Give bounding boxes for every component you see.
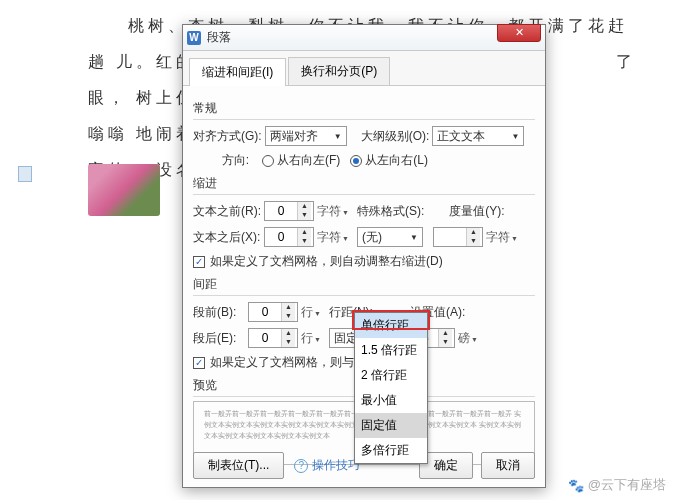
space-after-label: 段后(E): (193, 330, 245, 347)
indent-after-label: 文本之后(X): (193, 229, 261, 246)
unit-label[interactable]: 字符▼ (317, 203, 349, 220)
tip-icon: ? (294, 459, 308, 473)
cancel-button[interactable]: 取消 (481, 452, 535, 479)
wps-icon: W (187, 31, 201, 45)
dialog-title: 段落 (207, 29, 497, 46)
dialog-tabs: 缩进和间距(I) 换行和分页(P) (183, 51, 545, 86)
group-general: 常规 (193, 100, 535, 120)
outline-select[interactable]: 正文文本▼ (432, 126, 524, 146)
by-label: 度量值(Y): (449, 203, 504, 220)
align-select[interactable]: 两端对齐▼ (265, 126, 347, 146)
tab-line-page[interactable]: 换行和分页(P) (288, 57, 390, 85)
option-multiple[interactable]: 多倍行距 (355, 438, 427, 463)
by-input[interactable]: ▲▼ (433, 227, 483, 247)
chevron-down-icon: ▼ (511, 132, 519, 141)
snap-grid-label: 如果定义了文档网格，则与网格 (210, 354, 378, 371)
option-fixed[interactable]: 固定值 (355, 413, 427, 438)
outline-label: 大纲级别(O): (361, 128, 430, 145)
indent-after-input[interactable]: ▲▼ (264, 227, 314, 247)
line-spacing-dropdown: 单倍行距 1.5 倍行距 2 倍行距 最小值 固定值 多倍行距 (354, 312, 428, 464)
radio-ltr[interactable] (350, 155, 362, 167)
unit-label[interactable]: 字符▼ (486, 229, 518, 246)
unit-label[interactable]: 磅▼ (458, 330, 478, 347)
special-select[interactable]: (无)▼ (357, 227, 423, 247)
space-after-input[interactable]: ▲▼ (248, 328, 298, 348)
option-1-5[interactable]: 1.5 倍行距 (355, 338, 427, 363)
direction-label: 方向: (193, 152, 249, 169)
tabs-button[interactable]: 制表位(T)... (193, 452, 284, 479)
radio-ltr-label: 从左向右(L) (365, 152, 428, 169)
snap-grid-checkbox[interactable] (193, 357, 205, 369)
chevron-down-icon: ▼ (334, 132, 342, 141)
document-image (88, 164, 160, 216)
paw-icon: 🐾 (568, 478, 584, 493)
option-single[interactable]: 单倍行距 (355, 313, 427, 338)
space-before-label: 段前(B): (193, 304, 245, 321)
auto-indent-label: 如果定义了文档网格，则自动调整右缩进(D) (210, 253, 443, 270)
unit-label[interactable]: 行▼ (301, 304, 321, 321)
align-label: 对齐方式(G): (193, 128, 262, 145)
page-icon (18, 166, 32, 182)
group-indent: 缩进 (193, 175, 535, 195)
auto-indent-checkbox[interactable] (193, 256, 205, 268)
dialog-titlebar[interactable]: W 段落 ✕ (183, 25, 545, 51)
unit-label[interactable]: 行▼ (301, 330, 321, 347)
space-before-input[interactable]: ▲▼ (248, 302, 298, 322)
indent-before-label: 文本之前(R): (193, 203, 261, 220)
radio-rtl[interactable] (262, 155, 274, 167)
special-label: 特殊格式(S): (357, 203, 424, 220)
option-double[interactable]: 2 倍行距 (355, 363, 427, 388)
chevron-down-icon: ▼ (410, 233, 418, 242)
tab-indent-spacing[interactable]: 缩进和间距(I) (189, 58, 286, 86)
radio-rtl-label: 从右向左(F) (277, 152, 340, 169)
option-min[interactable]: 最小值 (355, 388, 427, 413)
group-spacing: 间距 (193, 276, 535, 296)
unit-label[interactable]: 字符▼ (317, 229, 349, 246)
watermark: 🐾 @云下有座塔 (568, 476, 666, 494)
indent-before-input[interactable]: ▲▼ (264, 201, 314, 221)
close-button[interactable]: ✕ (497, 24, 541, 42)
